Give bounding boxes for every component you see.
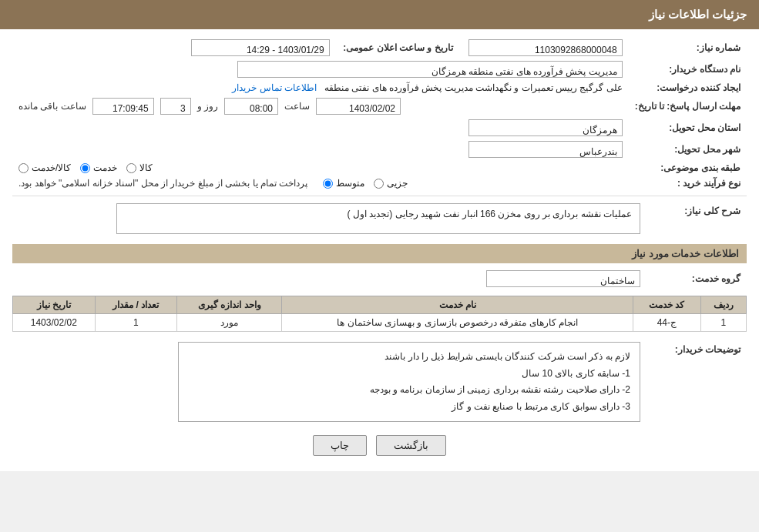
ijad-label: ایجاد کننده درخواست:	[629, 80, 747, 95]
cell-radif: 1	[700, 314, 746, 332]
noe-jozi-label: جزیی	[387, 178, 408, 189]
shahr-value: بندرعباس	[468, 141, 623, 158]
back-button[interactable]: بازگشت	[376, 435, 446, 456]
col-radif: ردیف	[700, 296, 746, 314]
sharh-value: عملیات نقشه برداری بر روی مخزن 166 انبار…	[116, 203, 640, 234]
col-nam: نام خدمت	[282, 296, 633, 314]
tabaqe-kala-khedmat-label: کالا/خدمت	[32, 162, 71, 173]
noe-option-jozi[interactable]: جزیی	[374, 178, 408, 189]
tarikh-label: تاریخ و ساعت اعلان عمومی:	[336, 37, 459, 59]
khadamat-section-title: اطلاعات خدمات مورد نیاز	[12, 244, 747, 263]
tabaqe-option-khedmat[interactable]: خدمت	[80, 162, 117, 173]
col-tarikh: تاریخ نیاز	[13, 296, 96, 314]
gorohe-value: ساختمان	[486, 270, 640, 287]
ostan-value: هرمزگان	[468, 119, 623, 136]
services-table: ردیف کد خدمت نام خدمت واحد اندازه گیری ت…	[12, 296, 747, 332]
mohlet-roz-label: روز و	[197, 101, 218, 112]
cell-tarikh: 1403/02/02	[13, 314, 96, 332]
gorohe-label: گروه خدمت:	[646, 268, 747, 289]
ostan-label: استان محل تحویل:	[629, 117, 747, 139]
tabaqe-option-kala[interactable]: کالا	[126, 162, 153, 173]
col-kod: کد خدمت	[633, 296, 701, 314]
toz-line: 2- دارای صلاحیت رشته نقشه برداری زمینی ا…	[188, 382, 630, 399]
tabaqe-option-kala-khedmat[interactable]: کالا/خدمت	[18, 162, 71, 173]
toz-line: 3- دارای سوابق کاری مرتبط با صنایع نفت و…	[188, 399, 630, 416]
tabaqe-label: طبقه بندی موضوعی:	[629, 160, 747, 176]
noe-radio-motavasset[interactable]	[323, 179, 333, 189]
sharh-label: شرح کلی نیاز:	[646, 201, 747, 236]
tabaqe-khedmat-label: خدمت	[93, 162, 117, 173]
toz-label: توضیحات خریدار:	[646, 340, 747, 424]
noe-option-motavasset[interactable]: متوسط	[323, 178, 364, 189]
shomara-niaz-value: 1103092868000048	[468, 39, 623, 56]
print-button[interactable]: چاپ	[313, 435, 367, 456]
mohlet-saat-label: ساعت	[284, 101, 310, 112]
mohlet-roz: 3	[160, 98, 191, 115]
cell-vahed: مورد	[177, 314, 282, 332]
noe-note: پرداخت تمام یا بخشی از مبلغ خریدار از مح…	[18, 178, 307, 189]
col-tedad: تعداد / مقدار	[95, 296, 176, 314]
toz-box: لازم به ذکر است شرکت کنندگان بایستی شرای…	[178, 342, 640, 422]
tarikh-value: 1403/01/29 - 14:29	[191, 39, 330, 56]
mohlet-mande: 17:09:45	[92, 98, 154, 115]
col-vahed: واحد اندازه گیری	[177, 296, 282, 314]
mohlet-label: مهلت ارسال پاسخ: تا تاریخ:	[629, 95, 747, 117]
ijad-link[interactable]: اطلاعات تماس خریدار	[232, 82, 317, 93]
ijad-value: علی گرگیج رییس تعمیرات و نگهداشت مدیریت …	[324, 82, 623, 93]
cell-kod: ج-44	[633, 314, 701, 332]
button-group: بازگشت چاپ	[12, 435, 747, 456]
name-dastgah-value: مدیریت پخش فرآورده های نفتی منطقه هرمزگا…	[237, 61, 623, 78]
cell-nam: انجام کارهای متفرقه درخصوص بازسازی و بهس…	[282, 314, 633, 332]
page-header: جزئیات اطلاعات نیاز	[0, 0, 759, 29]
tabaqe-radio-kala[interactable]	[126, 163, 136, 173]
tabaqe-kala-label: کالا	[139, 162, 153, 173]
cell-tedad: 1	[95, 314, 176, 332]
noe-motavasset-label: متوسط	[336, 178, 364, 189]
tabaqe-radio-khedmat[interactable]	[80, 163, 90, 173]
shahr-label: شهر محل تحویل:	[629, 139, 747, 160]
table-row: 1ج-44انجام کارهای متفرقه درخصوص بازسازی …	[13, 314, 747, 332]
mohlet-mande-label: ساعت باقی مانده	[18, 101, 86, 112]
noe-radio-jozi[interactable]	[374, 179, 384, 189]
toz-line: 1- سابقه کاری بالای 10 سال	[188, 366, 630, 383]
page-title: جزئیات اطلاعات نیاز	[649, 8, 747, 21]
name-dastgah-label: نام دستگاه خریدار:	[629, 59, 747, 80]
mohlet-saat: 08:00	[224, 98, 278, 115]
mohlet-date: 1403/02/02	[316, 98, 401, 115]
noe-label: نوع فرآیند خرید :	[629, 176, 747, 191]
toz-line: لازم به ذکر است شرکت کنندگان بایستی شرای…	[188, 349, 630, 366]
tabaqe-radio-kala-khedmat[interactable]	[18, 163, 29, 173]
shomara-niaz-label: شماره نیاز:	[629, 37, 747, 59]
